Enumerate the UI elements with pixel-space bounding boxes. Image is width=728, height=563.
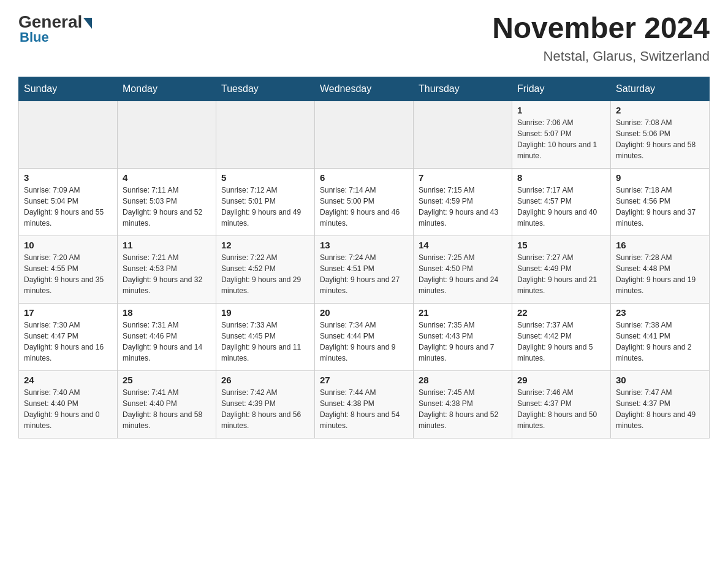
day-number: 9 — [616, 172, 704, 183]
calendar-cell: 4Sunrise: 7:11 AM Sunset: 5:03 PM Daylig… — [118, 168, 216, 236]
title-area: November 2024 Netstal, Glarus, Switzerla… — [492, 12, 710, 64]
weekday-header-thursday: Thursday — [414, 77, 512, 101]
day-number: 19 — [221, 307, 309, 318]
day-number: 21 — [419, 307, 507, 318]
day-number: 3 — [24, 172, 112, 183]
day-number: 22 — [517, 307, 605, 318]
day-number: 2 — [616, 105, 704, 115]
calendar-cell: 24Sunrise: 7:40 AM Sunset: 4:40 PM Dayli… — [19, 370, 118, 438]
day-info: Sunrise: 7:34 AM Sunset: 4:44 PM Dayligh… — [320, 320, 408, 364]
day-info: Sunrise: 7:24 AM Sunset: 4:51 PM Dayligh… — [320, 252, 408, 296]
logo: General Blue — [18, 12, 92, 45]
calendar-cell — [118, 101, 216, 168]
calendar-cell: 1Sunrise: 7:06 AM Sunset: 5:07 PM Daylig… — [512, 101, 611, 168]
day-number: 25 — [123, 375, 211, 385]
day-number: 20 — [320, 307, 408, 318]
calendar-cell — [414, 101, 512, 168]
logo-arrow-icon — [83, 18, 92, 29]
calendar-week-row: 10Sunrise: 7:20 AM Sunset: 4:55 PM Dayli… — [19, 236, 710, 303]
day-number: 8 — [517, 172, 605, 183]
day-info: Sunrise: 7:45 AM Sunset: 4:38 PM Dayligh… — [419, 387, 507, 431]
day-info: Sunrise: 7:40 AM Sunset: 4:40 PM Dayligh… — [24, 387, 112, 431]
calendar-cell: 23Sunrise: 7:38 AM Sunset: 4:41 PM Dayli… — [611, 303, 710, 370]
calendar-week-row: 24Sunrise: 7:40 AM Sunset: 4:40 PM Dayli… — [19, 370, 710, 438]
day-number: 4 — [123, 172, 211, 183]
day-number: 12 — [221, 240, 309, 250]
day-number: 17 — [24, 307, 112, 318]
day-info: Sunrise: 7:28 AM Sunset: 4:48 PM Dayligh… — [616, 252, 704, 296]
calendar-cell: 10Sunrise: 7:20 AM Sunset: 4:55 PM Dayli… — [19, 236, 118, 303]
weekday-header-monday: Monday — [118, 77, 216, 101]
weekday-header-sunday: Sunday — [19, 77, 118, 101]
day-info: Sunrise: 7:20 AM Sunset: 4:55 PM Dayligh… — [24, 252, 112, 296]
day-info: Sunrise: 7:33 AM Sunset: 4:45 PM Dayligh… — [221, 320, 309, 364]
day-info: Sunrise: 7:35 AM Sunset: 4:43 PM Dayligh… — [419, 320, 507, 364]
day-info: Sunrise: 7:22 AM Sunset: 4:52 PM Dayligh… — [221, 252, 309, 296]
weekday-header-saturday: Saturday — [611, 77, 710, 101]
day-number: 29 — [517, 375, 605, 385]
day-number: 23 — [616, 307, 704, 318]
calendar-cell: 29Sunrise: 7:46 AM Sunset: 4:37 PM Dayli… — [512, 370, 611, 438]
day-info: Sunrise: 7:46 AM Sunset: 4:37 PM Dayligh… — [517, 387, 605, 431]
calendar-cell: 14Sunrise: 7:25 AM Sunset: 4:50 PM Dayli… — [414, 236, 512, 303]
calendar-cell: 15Sunrise: 7:27 AM Sunset: 4:49 PM Dayli… — [512, 236, 611, 303]
day-info: Sunrise: 7:41 AM Sunset: 4:40 PM Dayligh… — [123, 387, 211, 431]
day-number: 24 — [24, 375, 112, 385]
calendar-week-row: 3Sunrise: 7:09 AM Sunset: 5:04 PM Daylig… — [19, 168, 710, 236]
day-number: 15 — [517, 240, 605, 250]
day-number: 26 — [221, 375, 309, 385]
calendar-cell: 2Sunrise: 7:08 AM Sunset: 5:06 PM Daylig… — [611, 101, 710, 168]
day-number: 14 — [419, 240, 507, 250]
day-number: 11 — [123, 240, 211, 250]
calendar-cell: 26Sunrise: 7:42 AM Sunset: 4:39 PM Dayli… — [216, 370, 315, 438]
day-info: Sunrise: 7:27 AM Sunset: 4:49 PM Dayligh… — [517, 252, 605, 296]
calendar-cell: 18Sunrise: 7:31 AM Sunset: 4:46 PM Dayli… — [118, 303, 216, 370]
calendar-cell: 12Sunrise: 7:22 AM Sunset: 4:52 PM Dayli… — [216, 236, 315, 303]
day-number: 13 — [320, 240, 408, 250]
day-info: Sunrise: 7:17 AM Sunset: 4:57 PM Dayligh… — [517, 185, 605, 229]
header: General Blue November 2024 Netstal, Glar… — [18, 12, 710, 64]
calendar-cell: 16Sunrise: 7:28 AM Sunset: 4:48 PM Dayli… — [611, 236, 710, 303]
calendar-week-row: 1Sunrise: 7:06 AM Sunset: 5:07 PM Daylig… — [19, 101, 710, 168]
calendar-cell: 27Sunrise: 7:44 AM Sunset: 4:38 PM Dayli… — [315, 370, 414, 438]
calendar-cell: 25Sunrise: 7:41 AM Sunset: 4:40 PM Dayli… — [118, 370, 216, 438]
day-info: Sunrise: 7:31 AM Sunset: 4:46 PM Dayligh… — [123, 320, 211, 364]
calendar-cell: 11Sunrise: 7:21 AM Sunset: 4:53 PM Dayli… — [118, 236, 216, 303]
day-number: 7 — [419, 172, 507, 183]
calendar-week-row: 17Sunrise: 7:30 AM Sunset: 4:47 PM Dayli… — [19, 303, 710, 370]
logo-blue-text: Blue — [20, 29, 49, 45]
day-info: Sunrise: 7:42 AM Sunset: 4:39 PM Dayligh… — [221, 387, 309, 431]
day-number: 27 — [320, 375, 408, 385]
day-info: Sunrise: 7:08 AM Sunset: 5:06 PM Dayligh… — [616, 117, 704, 161]
day-info: Sunrise: 7:11 AM Sunset: 5:03 PM Dayligh… — [123, 185, 211, 229]
day-info: Sunrise: 7:14 AM Sunset: 5:00 PM Dayligh… — [320, 185, 408, 229]
calendar-cell: 30Sunrise: 7:47 AM Sunset: 4:37 PM Dayli… — [611, 370, 710, 438]
calendar-cell: 5Sunrise: 7:12 AM Sunset: 5:01 PM Daylig… — [216, 168, 315, 236]
day-info: Sunrise: 7:09 AM Sunset: 5:04 PM Dayligh… — [24, 185, 112, 229]
day-info: Sunrise: 7:12 AM Sunset: 5:01 PM Dayligh… — [221, 185, 309, 229]
day-number: 16 — [616, 240, 704, 250]
calendar-cell: 6Sunrise: 7:14 AM Sunset: 5:00 PM Daylig… — [315, 168, 414, 236]
day-info: Sunrise: 7:37 AM Sunset: 4:42 PM Dayligh… — [517, 320, 605, 364]
calendar-cell: 8Sunrise: 7:17 AM Sunset: 4:57 PM Daylig… — [512, 168, 611, 236]
weekday-header-wednesday: Wednesday — [315, 77, 414, 101]
location-title: Netstal, Glarus, Switzerland — [492, 48, 710, 64]
day-info: Sunrise: 7:47 AM Sunset: 4:37 PM Dayligh… — [616, 387, 704, 431]
calendar-cell: 9Sunrise: 7:18 AM Sunset: 4:56 PM Daylig… — [611, 168, 710, 236]
day-number: 6 — [320, 172, 408, 183]
calendar-cell: 20Sunrise: 7:34 AM Sunset: 4:44 PM Dayli… — [315, 303, 414, 370]
month-title: November 2024 — [492, 12, 710, 45]
calendar-cell: 7Sunrise: 7:15 AM Sunset: 4:59 PM Daylig… — [414, 168, 512, 236]
calendar-table: SundayMondayTuesdayWednesdayThursdayFrid… — [18, 77, 710, 439]
calendar-cell: 3Sunrise: 7:09 AM Sunset: 5:04 PM Daylig… — [19, 168, 118, 236]
calendar-cell — [315, 101, 414, 168]
day-info: Sunrise: 7:44 AM Sunset: 4:38 PM Dayligh… — [320, 387, 408, 431]
day-info: Sunrise: 7:38 AM Sunset: 4:41 PM Dayligh… — [616, 320, 704, 364]
calendar-cell: 22Sunrise: 7:37 AM Sunset: 4:42 PM Dayli… — [512, 303, 611, 370]
day-info: Sunrise: 7:21 AM Sunset: 4:53 PM Dayligh… — [123, 252, 211, 296]
calendar-cell: 19Sunrise: 7:33 AM Sunset: 4:45 PM Dayli… — [216, 303, 315, 370]
weekday-header-tuesday: Tuesday — [216, 77, 315, 101]
day-info: Sunrise: 7:30 AM Sunset: 4:47 PM Dayligh… — [24, 320, 112, 364]
day-number: 10 — [24, 240, 112, 250]
weekday-header-friday: Friday — [512, 77, 611, 101]
